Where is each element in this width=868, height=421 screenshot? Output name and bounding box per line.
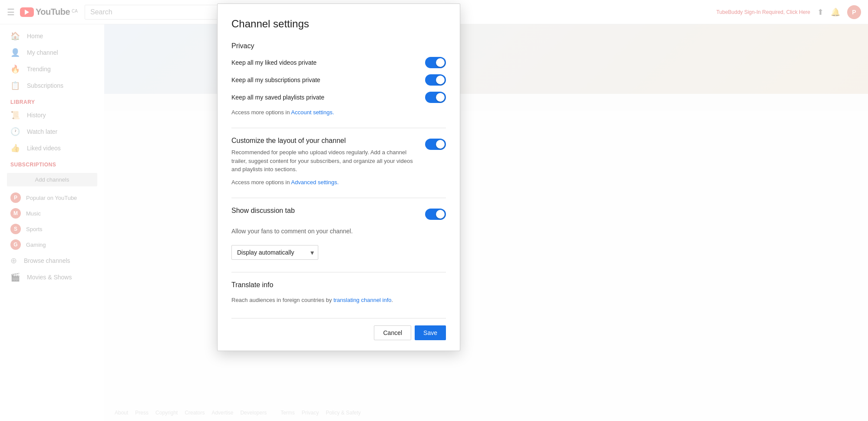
customize-title: Customize the layout of your channel: [231, 137, 418, 145]
account-settings-link[interactable]: Account settings.: [291, 109, 334, 116]
privacy-section-title: Privacy: [231, 42, 446, 50]
privacy-access-text: Access more options in Account settings.: [231, 109, 446, 116]
liked-videos-toggle[interactable]: [425, 57, 446, 68]
cancel-button[interactable]: Cancel: [374, 325, 411, 340]
discussion-section: Show discussion tab Allow your fans to c…: [231, 207, 446, 260]
subscriptions-thumb: [436, 76, 445, 84]
playlists-thumb: [436, 93, 445, 102]
modal-title: Channel settings: [231, 18, 446, 30]
discussion-left: Show discussion tab: [231, 207, 295, 222]
discussion-toggle[interactable]: [425, 209, 446, 220]
customize-toggle[interactable]: [425, 139, 446, 150]
customize-text: Customize the layout of your channel Rec…: [231, 137, 418, 174]
subscriptions-toggle[interactable]: [425, 74, 446, 86]
discussion-thumb: [436, 210, 445, 219]
customize-section: Customize the layout of your channel Rec…: [231, 137, 446, 186]
save-button[interactable]: Save: [415, 325, 446, 340]
translating-channel-info-link[interactable]: translating channel info: [333, 297, 392, 303]
discussion-title: Show discussion tab: [231, 207, 295, 215]
discussion-dropdown-select[interactable]: Display automatically Always show Never …: [231, 245, 318, 260]
customize-thumb: [436, 140, 445, 149]
playlists-private-label: Keep all my saved playlists private: [231, 94, 324, 101]
channel-settings-modal: Channel settings Privacy Keep all my lik…: [217, 3, 460, 351]
liked-videos-thumb: [436, 58, 445, 67]
discussion-toggle-row: Show discussion tab: [231, 207, 446, 222]
customize-row: Customize the layout of your channel Rec…: [231, 137, 446, 174]
discussion-desc: Allow your fans to comment on your chann…: [231, 228, 446, 235]
translate-title: Translate info: [231, 281, 446, 289]
divider-2: [231, 198, 446, 198]
divider-3: [231, 272, 446, 272]
customize-desc: Recommended for people who upload videos…: [231, 148, 418, 174]
customize-access-text: Access more options in Advanced settings…: [231, 179, 446, 186]
liked-videos-label: Keep all my liked videos private: [231, 59, 317, 66]
privacy-section: Privacy Keep all my liked videos private…: [231, 42, 446, 116]
divider-1: [231, 128, 446, 128]
subscriptions-toggle-row: Keep all my subscriptions private: [231, 74, 446, 86]
translate-desc: Reach audiences in foreign countries by …: [231, 296, 446, 305]
liked-videos-toggle-row: Keep all my liked videos private: [231, 57, 446, 68]
subscriptions-private-label: Keep all my subscriptions private: [231, 76, 320, 83]
advanced-settings-link[interactable]: Advanced settings.: [291, 179, 339, 186]
playlists-toggle[interactable]: [425, 92, 446, 103]
discussion-dropdown-wrapper[interactable]: Display automatically Always show Never …: [231, 245, 318, 260]
translate-section: Translate info Reach audiences in foreig…: [231, 281, 446, 305]
modal-footer: Cancel Save: [231, 318, 446, 340]
playlists-toggle-row: Keep all my saved playlists private: [231, 92, 446, 103]
